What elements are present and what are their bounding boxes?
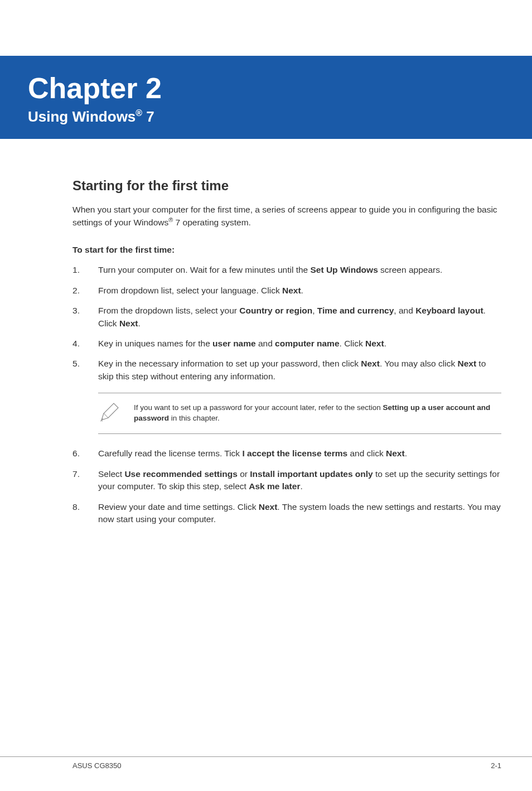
step-bold: I accept the license terms (242, 448, 347, 458)
step-bold: Next (365, 339, 384, 348)
step-bold: user name (212, 339, 256, 348)
step-text: Turn your computer on. Wait for a few mi… (98, 265, 310, 274)
steps-subheading: To start for the first time: (72, 245, 501, 255)
step-text: and click (347, 448, 386, 458)
step-bold: Set Up Windows (310, 265, 378, 274)
step-bold: computer name (275, 339, 339, 348)
step-bold: Next (386, 448, 405, 458)
step-text: or (238, 469, 250, 479)
step-text: Carefully read the license terms. Tick (98, 448, 242, 458)
step-text: . (138, 319, 141, 328)
step-text: From the dropdown lists, select your (98, 306, 239, 315)
step-bold: Next (119, 319, 138, 328)
subtitle-suffix: 7 (142, 108, 154, 125)
step-item: Carefully read the license terms. Tick I… (72, 447, 501, 460)
note-block: If you want to set up a password for you… (98, 393, 501, 434)
step-bold: Time and currency (317, 306, 394, 315)
intro-paragraph: When you start your computer for the fir… (72, 204, 501, 229)
step-text: . (300, 481, 302, 491)
step-text: Key in the necessary information to set … (98, 359, 361, 368)
step-bold: Next (361, 359, 380, 368)
footer-product: ASUS CG8350 (72, 761, 121, 770)
intro-text-a: When you start your computer for the fir… (72, 205, 497, 228)
chapter-title: Chapter 2 (28, 71, 532, 105)
step-text: and (256, 339, 275, 348)
step-bold: Next (457, 359, 476, 368)
step-item: From the dropdown lists, select your Cou… (72, 305, 501, 330)
step-item: From dropdown list, select your language… (72, 284, 501, 297)
section-heading: Starting for the first time (72, 178, 501, 194)
registered-mark-icon: ® (136, 108, 142, 118)
step-text: . (405, 448, 407, 458)
step-text: screen appears. (378, 265, 442, 274)
step-text: From dropdown list, select your language… (98, 286, 282, 295)
step-item: Select Use recommended settings or Insta… (72, 468, 501, 493)
step-item: Key in the necessary information to set … (72, 358, 501, 383)
page-footer: ASUS CG8350 2-1 (0, 756, 532, 770)
step-bold: Ask me later (249, 481, 300, 491)
intro-text-b: 7 operating system. (173, 218, 251, 228)
chapter-subtitle: Using Windows® 7 (28, 108, 532, 126)
chapter-banner: Chapter 2 Using Windows® 7 (0, 56, 532, 139)
note-text: If you want to set up a password for you… (134, 403, 498, 424)
pencil-icon (98, 401, 120, 426)
steps-list-continued: Carefully read the license terms. Tick I… (72, 447, 501, 525)
step-item: Review your date and time settings. Clic… (72, 501, 501, 526)
step-bold: Use recommended settings (124, 469, 237, 479)
step-bold: Next (282, 286, 301, 295)
step-text: . Click (340, 339, 366, 348)
step-text: . (301, 286, 303, 295)
page-content: Starting for the first time When you sta… (0, 139, 532, 526)
step-bold: Next (259, 502, 278, 512)
steps-list: Turn your computer on. Wait for a few mi… (72, 264, 501, 383)
step-bold: Keyboard layout (415, 306, 483, 315)
step-text: Review your date and time settings. Clic… (98, 502, 259, 512)
step-text: , (312, 306, 317, 315)
step-text: . (384, 339, 386, 348)
step-text: , and (394, 306, 415, 315)
step-text: Select (98, 469, 124, 479)
step-text: . You may also click (380, 359, 458, 368)
step-bold: Install important updates only (250, 469, 373, 479)
footer-page-number: 2-1 (491, 761, 501, 770)
step-text: Key in uniques names for the (98, 339, 212, 348)
note-text-c: in this chapter. (169, 414, 220, 422)
step-item: Key in uniques names for the user name a… (72, 337, 501, 350)
subtitle-prefix: Using Windows (28, 108, 136, 125)
note-text-a: If you want to set up a password for you… (134, 403, 383, 412)
step-item: Turn your computer on. Wait for a few mi… (72, 264, 501, 276)
step-bold: Country or region (239, 306, 312, 315)
